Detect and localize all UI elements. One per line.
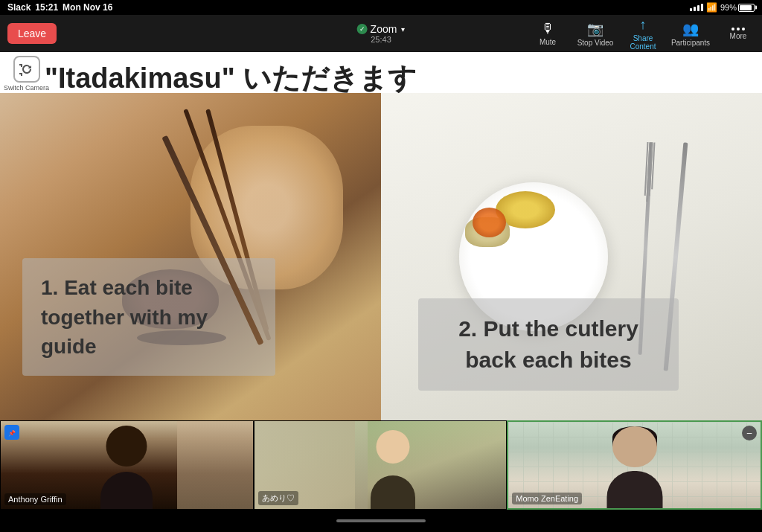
more-button[interactable]: More (714, 15, 762, 52)
mute-label: Mute (540, 38, 556, 46)
slide-area: Switch Camera "Itadakimasu" いただきます (0, 52, 762, 420)
video-thumb-momo: – Momo ZenEating (507, 420, 762, 510)
date: Mon Nov 16 (63, 2, 112, 13)
person-head-2 (376, 430, 409, 464)
slide-title: "Itadakimasu" いただきます (45, 60, 417, 97)
left-overlay-text: 1. Eat each bite together with my guide (41, 273, 257, 361)
status-bar: Slack 15:21 Mon Nov 16 📶 99% (0, 0, 762, 15)
scroll-indicator (336, 519, 426, 522)
minimize-indicator[interactable]: – (742, 426, 757, 440)
camera-switch-icon (13, 56, 40, 83)
leave-button[interactable]: Leave (7, 23, 57, 44)
zoom-title: ✓ Zoom ▾ 25:43 (357, 23, 406, 44)
video-thumb-anthony: 📌 Anthony Griffin (0, 420, 254, 510)
battery-percent: 99% (720, 3, 737, 12)
mute-button[interactable]: 🎙 Mute (524, 15, 572, 52)
share-icon: ↑ (640, 17, 647, 33)
toolbar: Leave ✓ Zoom ▾ 25:43 🎙 Mute 📷 Stop Video… (0, 15, 762, 52)
wifi-icon: 📶 (706, 2, 717, 13)
participants-button[interactable]: 👥 Participants (667, 15, 714, 52)
video-thumb-ameri: あめり♡ (254, 420, 508, 510)
participants-icon: 👥 (682, 21, 699, 37)
right-overlay-text: 2. Put the cutlery back each bites (441, 313, 656, 376)
main-content: Switch Camera "Itadakimasu" いただきます (0, 52, 762, 510)
switch-camera-label: Switch Camera (4, 84, 49, 92)
participants-label: Participants (671, 39, 710, 47)
signal-icon (690, 4, 703, 11)
switch-camera-button[interactable]: Switch Camera (4, 56, 49, 92)
right-text-overlay: 2. Put the cutlery back each bites (418, 298, 679, 391)
chevron-down-icon[interactable]: ▾ (401, 25, 405, 33)
left-text-overlay: 1. Eat each bite together with my guide (22, 258, 275, 376)
person-head-1 (106, 426, 147, 467)
toolbar-right: 🎙 Mute 📷 Stop Video ↑ Share Content 👥 Pa… (524, 15, 762, 52)
left-image-panel: 1. Eat each bite together with my guide (0, 93, 381, 420)
video-icon: 📷 (587, 21, 603, 37)
bottom-bar (0, 510, 762, 532)
image-panels: 1. Eat each bite together with my guide (0, 93, 762, 420)
stop-video-button[interactable]: 📷 Stop Video (572, 15, 619, 52)
more-icon (731, 28, 745, 31)
stop-video-label: Stop Video (577, 39, 614, 47)
right-image-panel: 2. Put the cutlery back each bites (381, 93, 762, 420)
microphone-icon: 🎙 (541, 21, 554, 36)
more-label: More (730, 32, 747, 40)
video-row: 📌 Anthony Griffin あめり♡ (0, 420, 762, 510)
share-content-label: Share Content (619, 34, 667, 51)
share-content-button[interactable]: ↑ Share Content (619, 15, 667, 52)
battery-indicator: 99% (720, 3, 755, 12)
zoom-name: Zoom (371, 23, 397, 35)
svg-text:📌: 📌 (8, 429, 16, 437)
pin-indicator: 📌 (4, 425, 19, 440)
video-name-2: あめり♡ (258, 491, 298, 505)
video-name-3: Momo ZenEating (512, 493, 582, 504)
time: 15:21 (35, 2, 58, 13)
verified-icon: ✓ (357, 24, 368, 34)
app-name: Slack (7, 2, 31, 13)
video-name-1: Anthony Griffin (4, 493, 66, 505)
call-timer: 25:43 (371, 35, 391, 44)
person-head-3 (612, 426, 657, 467)
